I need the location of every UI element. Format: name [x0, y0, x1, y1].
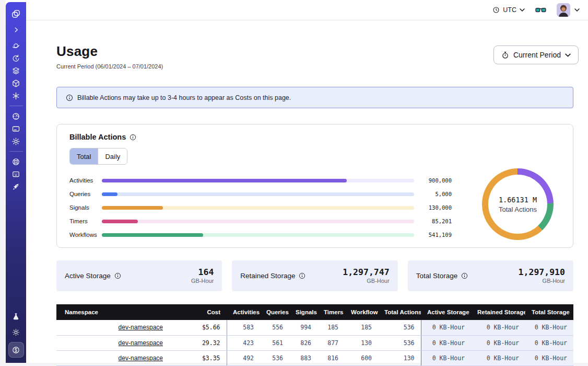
active-storage-cell: 0 KB-Hour	[421, 320, 471, 335]
period-select-button[interactable]: Current Period	[493, 45, 579, 64]
info-icon[interactable]	[114, 272, 121, 279]
timezone-label: UTC	[503, 6, 516, 14]
monitor-face-icon[interactable]	[9, 168, 23, 180]
user-menu[interactable]	[557, 3, 580, 17]
bar-track	[102, 192, 414, 196]
bar-value: 900,000	[421, 177, 452, 184]
bar-fill	[102, 206, 163, 210]
retained-storage-cell: 0 KB-Hour	[471, 335, 525, 350]
activities-cell: 492	[227, 350, 260, 365]
avatar	[557, 3, 570, 17]
timers-cell: 877	[317, 335, 345, 350]
column-header-timers: Timers	[317, 304, 345, 320]
cost-cell: 29.32	[169, 335, 227, 350]
flask-icon[interactable]	[9, 310, 23, 323]
namespace-link[interactable]: dev-namespace	[119, 354, 163, 362]
workflows-cell: 130	[345, 335, 378, 350]
app-window: UTC	[6, 0, 588, 363]
chevron-right-icon[interactable]	[9, 24, 23, 36]
storage-card: Retained Storage 1,297,747 GB-Hour	[232, 260, 397, 291]
tab-total[interactable]: Total	[70, 148, 98, 164]
column-header-retained-storage: Retained Storage	[471, 304, 525, 320]
lifebuoy-icon[interactable]	[9, 155, 23, 168]
dollar-coin-icon	[11, 346, 20, 354]
table-row: dev-namespace 29.32 423 561 826 877 130 …	[56, 335, 573, 350]
bar-row: Signals 130,000	[69, 201, 452, 214]
signals-cell: 994	[289, 320, 317, 335]
donut-total-label: Total Actions	[499, 205, 537, 213]
cube-icon[interactable]	[9, 77, 23, 89]
info-banner: Billable Actions may take up to 3-4 hour…	[56, 87, 573, 108]
tab-daily[interactable]: Daily	[98, 148, 127, 164]
bar-fill	[102, 233, 203, 237]
topbar: UTC	[26, 0, 588, 20]
retained-storage-cell: 0 KB-Hour	[471, 350, 525, 365]
active-storage-cell: 0 KB-Hour	[421, 335, 471, 350]
namespace-globe-icon[interactable]	[9, 39, 23, 52]
storage-cards: Active Storage 164 GB-Hour Retained Stor…	[56, 260, 573, 291]
info-icon[interactable]	[461, 272, 468, 279]
table-row: dev-namespace $5.66 583 556 994 185 185 …	[56, 320, 573, 335]
schedule-clock-icon[interactable]	[9, 52, 23, 64]
bar-label: Queries	[69, 191, 102, 197]
chevron-down-icon	[574, 8, 580, 12]
billable-actions-title: Billable Actions	[69, 133, 560, 141]
bar-row: Queries 5,000	[69, 187, 452, 201]
billable-actions-card: Billable Actions TotalDaily Activities 9…	[56, 124, 573, 248]
bar-track	[102, 179, 414, 182]
signals-cell: 826	[289, 335, 317, 350]
column-header-activities: Activities	[227, 304, 260, 320]
namespace-link[interactable]: dev-namespace	[119, 324, 163, 331]
chevron-down-icon	[520, 8, 525, 12]
namespace-link[interactable]: dev-namespace	[119, 339, 163, 347]
info-icon	[66, 94, 73, 101]
queries-cell: 536	[260, 350, 289, 365]
cost-cell: $5.66	[169, 320, 227, 335]
storage-card-label-text: Retained Storage	[240, 272, 295, 280]
donut-total-value: 1.66131 M	[499, 196, 537, 204]
layers-icon[interactable]	[9, 64, 23, 77]
donut-chart: 1.66131 M Total Actions	[482, 168, 554, 240]
asterisk-icon[interactable]	[9, 89, 23, 102]
column-header-workflows: Workflows	[345, 304, 378, 320]
gauge-icon[interactable]	[9, 110, 23, 122]
main-content: Usage Current Period (06/01/2024 – 07/01…	[56, 20, 573, 366]
storage-card-unit: GB-Hour	[191, 278, 214, 284]
table-row: dev-namespace $3.35 492 536 883 816 600 …	[56, 350, 573, 365]
credit-card-icon[interactable]	[9, 122, 23, 135]
donut-center: 1.66131 M Total Actions	[482, 168, 554, 240]
bar-track	[102, 220, 414, 223]
column-header-active-storage: Active Storage	[421, 304, 471, 320]
glasses-icon[interactable]	[535, 6, 546, 14]
sun-icon[interactable]	[9, 326, 23, 338]
column-header-total-actions: Total Actions	[378, 304, 421, 320]
total-actions-cell: 536	[378, 320, 421, 335]
queries-cell: 561	[260, 335, 289, 350]
signals-cell: 883	[289, 350, 317, 365]
info-icon[interactable]	[299, 272, 305, 279]
bar-track	[102, 233, 414, 237]
storage-card-value: 164	[191, 268, 214, 278]
bar-row: Timers 85,201	[69, 214, 452, 228]
workflows-cell: 600	[345, 350, 378, 365]
storage-card-value-block: 1,297,747 GB-Hour	[343, 268, 389, 284]
clock-icon	[492, 6, 500, 14]
bar-value: 130,000	[421, 204, 452, 211]
temporal-logo-icon[interactable]	[9, 7, 23, 20]
workflows-cell: 185	[345, 320, 378, 335]
info-icon[interactable]	[130, 134, 136, 141]
timezone-selector[interactable]: UTC	[492, 6, 525, 14]
bar-fill	[102, 192, 117, 196]
gear-icon[interactable]	[9, 135, 23, 147]
sidebar-item-pricing[interactable]	[8, 342, 24, 358]
rocket-icon[interactable]	[9, 180, 23, 193]
bar-fill	[102, 179, 347, 182]
bar-label: Workflows	[69, 232, 102, 238]
bar-label: Signals	[69, 204, 102, 211]
stopwatch-icon	[501, 51, 509, 59]
storage-card-value: 1,297,910	[519, 268, 565, 278]
column-header-namespace: Namespace	[56, 304, 169, 320]
storage-card-label-text: Active Storage	[65, 272, 111, 280]
bar-value: 541,109	[421, 232, 452, 238]
storage-card-label: Active Storage	[65, 272, 121, 280]
